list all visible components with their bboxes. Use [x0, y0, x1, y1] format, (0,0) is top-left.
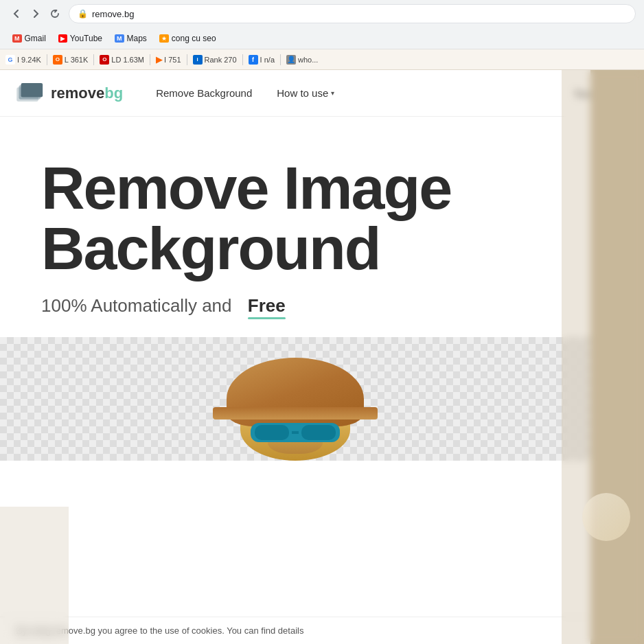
google-seo-icon: G: [5, 55, 15, 65]
hero-title-line1: Remove Image: [41, 154, 451, 222]
seo-value-0: I 9.24K: [17, 56, 41, 64]
lock-icon: 🔒: [78, 9, 88, 19]
hero-section: Remove Image Background 100% Automatical…: [0, 117, 590, 317]
logo-remove-text: remove: [51, 84, 104, 102]
browser-chrome: 🔒 remove.bg M Gmail ▶ YouTube M Maps ★ c…: [0, 0, 644, 70]
seo-value-4: Rank 270: [205, 56, 237, 64]
svg-rect-2: [21, 83, 43, 97]
seo-item-1[interactable]: O L 361K: [53, 55, 88, 65]
open-seo-icon: O: [53, 55, 62, 65]
main-content-area: removebg Remove Background How to use ▾ …: [0, 70, 590, 644]
logo-text: removebg: [51, 84, 123, 102]
blur-right-overlay: [562, 70, 644, 644]
gmail-icon: M: [12, 34, 22, 43]
cookie-banner: By using remove.bg you agree to the use …: [0, 617, 590, 644]
bookmark-maps[interactable]: M Maps: [111, 32, 151, 45]
back-button[interactable]: [8, 5, 25, 22]
seo-toolbar: G I 9.24K O L 361K O LD 1.63M ▶ I 751 i …: [0, 49, 644, 70]
bookmark-seo[interactable]: ★ cong cu seo: [155, 32, 220, 45]
seo-item-4[interactable]: i Rank 270: [193, 55, 237, 65]
bookmark-gmail[interactable]: M Gmail: [8, 32, 50, 45]
upload-area[interactable]: [0, 337, 590, 461]
seo-value-3: I 751: [164, 56, 181, 64]
nav-how-to-use[interactable]: How to use ▾: [277, 87, 334, 99]
how-to-use-chevron: ▾: [331, 89, 334, 97]
refresh-button[interactable]: [47, 5, 63, 22]
site-logo[interactable]: removebg: [16, 83, 123, 104]
hero-title: Remove Image Background: [41, 158, 549, 279]
preview-image-container: [185, 347, 405, 461]
bookmark-maps-label: Maps: [127, 34, 147, 43]
seo-item-6[interactable]: 👤 who...: [286, 55, 318, 65]
blur-bottom-left-overlay: [0, 507, 69, 644]
seo-item-0[interactable]: G I 9.24K: [5, 55, 41, 65]
decorative-circle: [582, 493, 630, 541]
hat-brim: [213, 407, 378, 419]
site-nav-links: Remove Background How to use ▾: [156, 87, 334, 99]
address-text: remove.bg: [92, 9, 134, 19]
logo-bg-text: bg: [104, 84, 123, 102]
person-icon: 👤: [286, 55, 296, 65]
glass-right: [301, 425, 336, 440]
glass-left: [255, 425, 289, 440]
facebook-icon: f: [249, 55, 258, 65]
nav-buttons: [8, 5, 63, 22]
nav-remove-background[interactable]: Remove Background: [156, 87, 252, 99]
bookmark-seo-label: cong cu seo: [172, 34, 216, 43]
sunglasses: [251, 423, 340, 442]
glass-bridge: [292, 431, 299, 434]
logo-icon: [16, 83, 44, 104]
seo-separator-4: [242, 54, 243, 65]
hero-subtitle-free: Free: [248, 295, 286, 317]
hero-subtitle-normal: 100% Automatically and: [41, 295, 232, 317]
seo-value-1: L 361K: [65, 56, 88, 64]
seo-item-3[interactable]: ▶ I 751: [156, 55, 181, 65]
seo-separator-5: [280, 54, 281, 65]
seo-item-2[interactable]: O LD 1.63M: [100, 55, 144, 65]
seo-separator-2: [150, 54, 150, 65]
address-bar[interactable]: 🔒 remove.bg: [69, 4, 636, 23]
bookmark-youtube-label: YouTube: [70, 34, 102, 43]
browser-titlebar: 🔒 remove.bg: [0, 0, 644, 27]
ld-seo-icon: O: [100, 55, 109, 65]
alexa-icon: i: [193, 55, 203, 65]
hero-subtitle: 100% Automatically and Free: [41, 295, 549, 317]
seo-separator-0: [47, 54, 47, 65]
dog-preview: [199, 358, 391, 461]
site-nav: removebg Remove Background How to use ▾ …: [0, 70, 590, 117]
bookmark-youtube[interactable]: ▶ YouTube: [54, 32, 106, 45]
youtube-icon: ▶: [58, 34, 67, 43]
seo-value-2: LD 1.63M: [111, 56, 144, 64]
forward-button[interactable]: [27, 5, 44, 22]
seo-separator-3: [187, 54, 187, 65]
bookmark-gmail-label: Gmail: [25, 34, 46, 43]
bookmarks-bar: M Gmail ▶ YouTube M Maps ★ cong cu seo: [0, 27, 644, 49]
seo-bookmark-icon: ★: [159, 34, 169, 43]
seo-value-5: I n/a: [260, 56, 275, 64]
hero-title-line2: Background: [41, 214, 380, 282]
seo-separator-1: [93, 54, 94, 65]
maps-icon: M: [115, 34, 124, 43]
moz-icon: ▶: [156, 55, 162, 65]
seo-value-6: who...: [298, 56, 318, 64]
website-content: removebg Remove Background How to use ▾ …: [0, 70, 644, 644]
seo-item-5[interactable]: f I n/a: [249, 55, 275, 65]
